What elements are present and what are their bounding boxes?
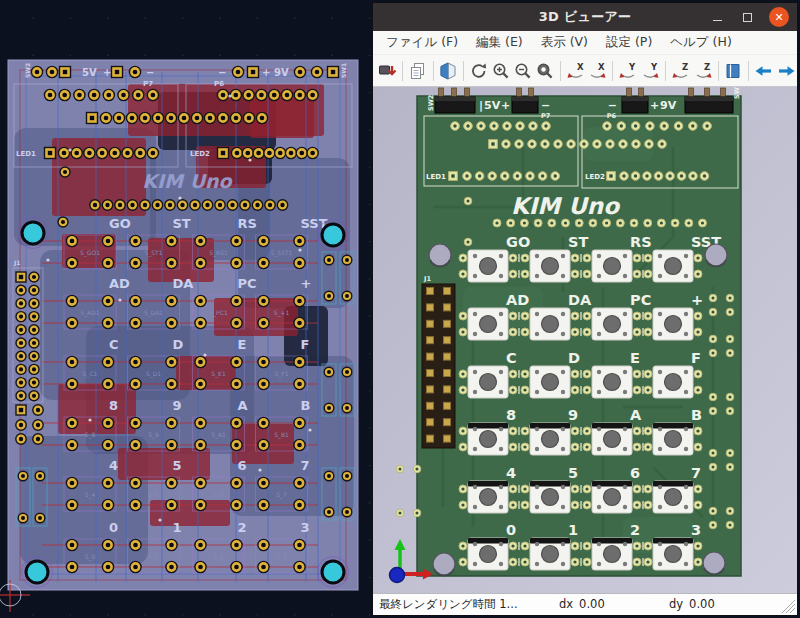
rotate-y-counterclockwise-icon[interactable]: Y	[639, 58, 661, 84]
zoom-in-icon[interactable]	[490, 58, 512, 84]
svg-text:S_C1: S_C1	[83, 370, 98, 378]
svg-text:S_3: S_3	[276, 553, 287, 561]
3d-viewer-window: 3D ビューアー ✕ ファイル (F)編集 (E)表示 (V)設定 (P)ヘルプ…	[372, 2, 798, 616]
svg-text:P6: P6	[214, 80, 224, 88]
minimize-button[interactable]	[709, 9, 725, 25]
svg-text:AD: AD	[109, 276, 130, 291]
svg-text:S_4: S_4	[85, 491, 96, 499]
toolbar-separator	[402, 61, 403, 81]
svg-text:A: A	[630, 407, 642, 423]
svg-text:+: +	[262, 67, 270, 78]
svg-text:KIM Uno: KIM Uno	[142, 170, 233, 192]
svg-text:S_SST1: S_SST1	[271, 249, 293, 257]
svg-text:S_F1: S_F1	[274, 370, 288, 378]
move-board-left-icon[interactable]	[753, 58, 775, 84]
svg-text:3: 3	[691, 522, 701, 538]
svg-text:S_2: S_2	[213, 553, 224, 561]
svg-text:S_7: S_7	[276, 491, 287, 499]
close-button[interactable]: ✕	[769, 7, 789, 27]
3d-render-canvas[interactable]: LED1LED2|5V+−P7−P6+9VSW2SW1KIM UnoJ1GOST…	[373, 87, 797, 593]
svg-text:5: 5	[568, 465, 578, 481]
svg-text:PC: PC	[238, 276, 257, 291]
menubar: ファイル (F)編集 (E)表示 (V)設定 (P)ヘルプ (H)	[373, 31, 797, 55]
svg-text:P6: P6	[607, 112, 617, 120]
svg-text:S_PC1: S_PC1	[209, 309, 228, 317]
svg-text:ST: ST	[173, 216, 191, 231]
svg-text:X: X	[577, 62, 584, 72]
svg-text:S_0: S_0	[85, 553, 96, 561]
svg-text:1: 1	[568, 522, 578, 538]
svg-text:S_9: S_9	[148, 431, 159, 439]
svg-text:2: 2	[238, 520, 247, 535]
svg-text:J1: J1	[13, 259, 20, 267]
svg-text:−: −	[541, 99, 550, 112]
svg-text:D: D	[568, 350, 580, 366]
orthographic-projection-icon[interactable]	[722, 58, 744, 84]
svg-text:+: +	[501, 99, 510, 112]
svg-text:3: 3	[301, 520, 310, 535]
menu-3[interactable]: 設定 (P)	[597, 31, 661, 54]
toolbar-separator	[560, 61, 561, 81]
desktop: 5V+−P7−P6+9VSW2SW1LED1LED2KIM UnoGOS_GO1…	[0, 0, 800, 618]
render-current-view-icon[interactable]	[437, 58, 459, 84]
svg-text:SW1: SW1	[733, 87, 741, 99]
svg-text:Z: Z	[682, 62, 688, 72]
svg-text:S_DA1: S_DA1	[144, 309, 163, 317]
menu-4[interactable]: ヘルプ (H)	[661, 31, 741, 54]
toolbar-separator	[612, 61, 613, 81]
rotate-y-clockwise-icon[interactable]: Y	[617, 58, 639, 84]
svg-text:S_5: S_5	[148, 491, 159, 499]
zoom-out-icon[interactable]	[512, 58, 534, 84]
svg-text:S_D1: S_D1	[146, 370, 161, 378]
redraw-icon[interactable]	[468, 58, 490, 84]
svg-text:ST: ST	[568, 234, 588, 250]
svg-text:GO: GO	[109, 216, 131, 231]
zoom-to-fit-icon[interactable]	[534, 58, 556, 84]
svg-text:P7: P7	[541, 112, 550, 120]
move-board-right-icon[interactable]	[775, 58, 797, 84]
svg-text:+: +	[103, 67, 111, 78]
svg-text:RS: RS	[238, 216, 257, 231]
svg-text:7: 7	[691, 465, 701, 481]
svg-text:S_A1: S_A1	[211, 431, 226, 439]
pcb-layout-svg[interactable]: 5V+−P7−P6+9VSW2SW1LED1LED2KIM UnoGOS_GO1…	[0, 0, 372, 618]
svg-text:6: 6	[630, 465, 640, 481]
svg-text:6: 6	[238, 458, 247, 473]
svg-text:S_+1: S_+1	[274, 309, 290, 317]
reload-board-icon[interactable]	[376, 58, 398, 84]
svg-text:PC: PC	[630, 292, 651, 308]
pcb-editor-canvas[interactable]: 5V+−P7−P6+9VSW2SW1LED1LED2KIM UnoGOS_GO1…	[0, 0, 372, 618]
svg-text:SW1: SW1	[340, 63, 347, 78]
svg-text:Z: Z	[704, 62, 710, 72]
toolbar: XXYYZZ	[373, 55, 797, 87]
toolbar-separator	[748, 61, 749, 81]
svg-text:4: 4	[506, 465, 516, 481]
3d-board-svg[interactable]: LED1LED2|5V+−P7−P6+9VSW2SW1KIM UnoJ1GOST…	[373, 87, 797, 593]
svg-text:B: B	[301, 398, 311, 413]
svg-text:J1: J1	[423, 275, 431, 283]
maximize-button[interactable]	[739, 9, 755, 25]
svg-text:E: E	[630, 350, 640, 366]
menu-1[interactable]: 編集 (E)	[467, 31, 532, 54]
dx-readout: dx0.00	[559, 597, 605, 611]
toolbar-separator	[665, 61, 666, 81]
svg-text:LED2: LED2	[585, 173, 605, 181]
titlebar[interactable]: 3D ビューアー ✕	[373, 3, 797, 31]
svg-text:+: +	[650, 99, 659, 112]
svg-text:5: 5	[173, 458, 182, 473]
svg-text:7: 7	[301, 458, 310, 473]
menu-0[interactable]: ファイル (F)	[377, 31, 467, 54]
rotate-x-counterclockwise-icon[interactable]: X	[587, 58, 609, 84]
copy-image-icon[interactable]	[407, 58, 429, 84]
svg-text:S_8: S_8	[85, 431, 96, 439]
resize-grip[interactable]	[781, 599, 795, 613]
statusbar: 最終レンダリング時間 1... dx0.00 dy0.00	[373, 593, 797, 615]
rotate-z-clockwise-icon[interactable]: Z	[670, 58, 692, 84]
svg-text:C: C	[109, 337, 119, 352]
menu-2[interactable]: 表示 (V)	[532, 31, 597, 54]
rotate-x-clockwise-icon[interactable]: X	[565, 58, 587, 84]
svg-text:D: D	[173, 337, 184, 352]
rotate-z-counterclockwise-icon[interactable]: Z	[692, 58, 714, 84]
svg-text:KIM Uno: KIM Uno	[511, 193, 621, 219]
svg-text:5V: 5V	[484, 99, 501, 112]
